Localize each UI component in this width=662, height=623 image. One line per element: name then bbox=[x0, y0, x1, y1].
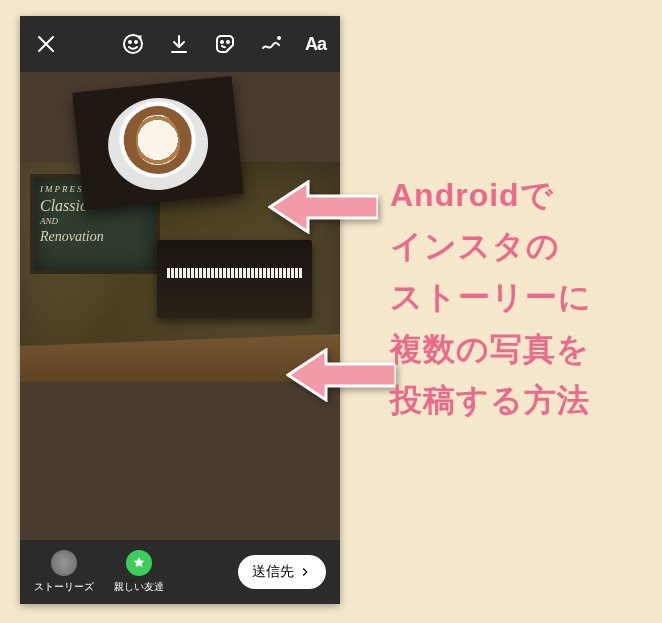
svg-point-4 bbox=[227, 41, 229, 43]
stories-avatar-icon bbox=[51, 550, 77, 576]
svg-point-3 bbox=[221, 41, 223, 43]
download-icon[interactable] bbox=[167, 32, 191, 56]
headline-line: インスタの bbox=[390, 221, 642, 272]
share-to-stories-button[interactable]: ストーリーズ bbox=[34, 550, 94, 594]
draw-icon[interactable] bbox=[259, 32, 283, 56]
svg-point-1 bbox=[129, 41, 131, 43]
send-to-button[interactable]: 送信先 bbox=[238, 555, 326, 589]
sign-line: AND bbox=[40, 216, 150, 228]
send-label: 送信先 bbox=[252, 563, 294, 581]
story-bottom-bar: ストーリーズ 親しい友達 送信先 bbox=[20, 540, 340, 604]
svg-point-2 bbox=[135, 41, 137, 43]
annotation-arrow-icon bbox=[268, 180, 378, 234]
story-editor-toolbar: Aa bbox=[20, 16, 340, 72]
phone-screen: Aa IMPRESSION Classic AND Renovation ストー… bbox=[20, 16, 340, 604]
latte-art-graphic bbox=[133, 113, 182, 167]
headline-line: 複数の写真を bbox=[390, 324, 642, 375]
close-friends-label: 親しい友達 bbox=[114, 580, 164, 594]
sign-line: Renovation bbox=[40, 228, 150, 246]
annotation-arrow-icon bbox=[286, 348, 396, 402]
close-friends-star-icon bbox=[126, 550, 152, 576]
sticker-icon[interactable] bbox=[213, 32, 237, 56]
headline-line: Androidで bbox=[390, 170, 642, 221]
tutorial-headline: Androidで インスタの ストーリーに 複数の写真を 投稿する方法 bbox=[390, 170, 642, 426]
piano-graphic bbox=[157, 240, 312, 318]
headline-line: 投稿する方法 bbox=[390, 375, 642, 426]
headline-line: ストーリーに bbox=[390, 272, 642, 323]
face-effects-icon[interactable] bbox=[121, 32, 145, 56]
close-icon[interactable] bbox=[34, 32, 58, 56]
svg-point-5 bbox=[277, 36, 281, 40]
stories-label: ストーリーズ bbox=[34, 580, 94, 594]
overlay-photo-latte[interactable] bbox=[72, 76, 243, 210]
share-to-close-friends-button[interactable]: 親しい友達 bbox=[114, 550, 164, 594]
story-canvas[interactable]: IMPRESSION Classic AND Renovation bbox=[20, 72, 340, 540]
text-tool-button[interactable]: Aa bbox=[305, 34, 326, 55]
